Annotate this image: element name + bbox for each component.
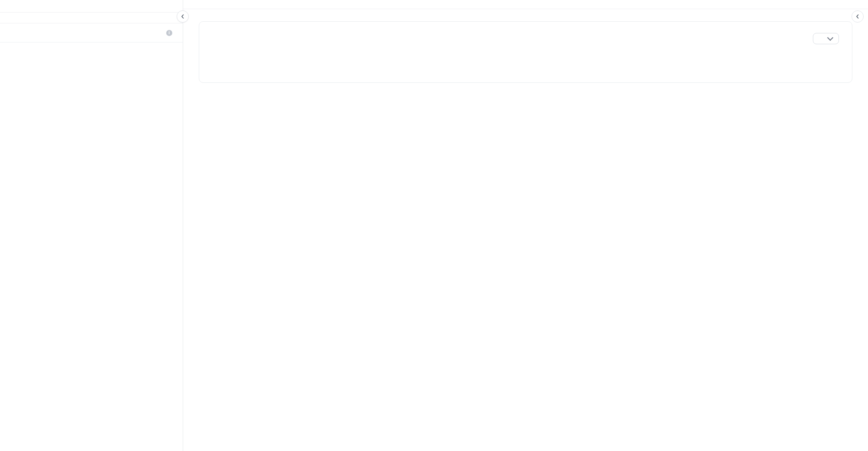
main — [183, 0, 868, 451]
main-collapse-button[interactable] — [852, 10, 864, 23]
predictor-panel — [199, 21, 852, 83]
page-root: i — [0, 0, 868, 451]
chevron-left-icon — [855, 14, 860, 19]
sidebar-collapse-button[interactable] — [177, 10, 189, 23]
list-header: i — [0, 23, 183, 42]
header-predictor: i — [125, 29, 172, 36]
info-icon[interactable]: i — [166, 30, 172, 36]
sidebar-tabs — [0, 0, 183, 13]
sidebar: i — [0, 0, 183, 451]
content — [183, 9, 868, 95]
header-player — [33, 29, 125, 36]
chevron-left-icon — [181, 14, 185, 19]
main-tabs — [183, 0, 868, 9]
round-select[interactable] — [813, 33, 839, 44]
position-filters — [0, 13, 183, 23]
header-no — [10, 29, 33, 36]
player-list[interactable] — [0, 42, 183, 451]
